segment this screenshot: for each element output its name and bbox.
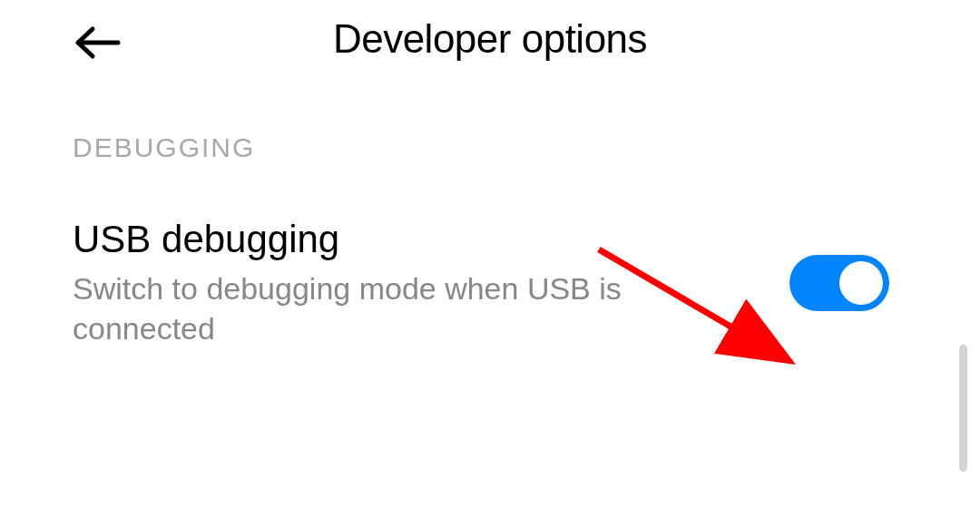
scroll-indicator[interactable] [959,345,967,472]
usb-debugging-toggle[interactable] [789,255,889,311]
header-bar: Developer options [0,0,980,78]
setting-description: Switch to debugging mode when USB is con… [73,268,753,348]
page-title: Developer options [64,16,916,62]
section-label-debugging: DEBUGGING [73,132,907,163]
toggle-thumb [839,261,883,305]
setting-text: USB debugging Switch to debugging mode w… [73,218,789,348]
setting-row-usb-debugging[interactable]: USB debugging Switch to debugging mode w… [73,218,907,348]
back-arrow-icon[interactable] [73,25,122,63]
setting-title: USB debugging [73,218,753,261]
content-area: DEBUGGING USB debugging Switch to debugg… [0,78,980,348]
